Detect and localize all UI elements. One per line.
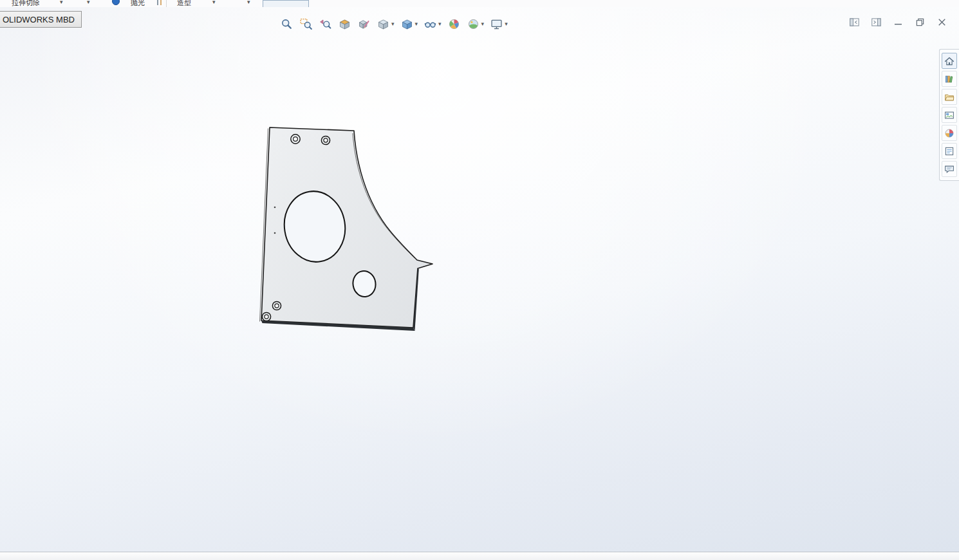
dynamic-annotation-views-button[interactable]: [355, 14, 373, 33]
display-style-icon: [400, 17, 414, 31]
design-library-button[interactable]: [942, 71, 957, 87]
design-library-icon: [944, 73, 955, 85]
previous-view-button[interactable]: [317, 14, 334, 33]
close-icon: [936, 16, 948, 28]
home-icon: [944, 55, 955, 67]
window-controls: [848, 15, 949, 29]
restore-button[interactable]: [913, 15, 927, 29]
command-extruded-cut[interactable]: 拉伸切除: [12, 0, 40, 7]
view-settings-icon: [490, 17, 503, 31]
pane-preview-right-icon: [870, 16, 882, 28]
command-style[interactable]: 造型: [177, 0, 191, 7]
view-palette-button[interactable]: [942, 107, 957, 123]
apply-scene-button[interactable]: ▾: [465, 14, 487, 33]
edit-appearance-icon: [447, 17, 461, 31]
toolbar-fragment-icon[interactable]: [155, 0, 164, 6]
previous-view-icon: [319, 17, 332, 31]
zoom-to-area-icon: [299, 17, 313, 31]
section-view-icon: [338, 17, 351, 31]
view-settings-button[interactable]: ▾: [488, 14, 510, 33]
heads-up-toolbar: ▾ ▾ ▾ ▾ ▾: [278, 14, 510, 33]
dynamic-annotation-views-icon: [357, 17, 371, 31]
tab-solidworks-mbd-label: OLIDWORKS MBD: [3, 15, 75, 24]
view-palette-icon: [944, 109, 955, 121]
feature-sphere-icon[interactable]: [111, 0, 120, 6]
dropdown-chevron-icon[interactable]: ▾: [87, 0, 90, 5]
status-bar: [0, 552, 959, 560]
forum-icon: [944, 163, 955, 175]
restore-icon: [914, 16, 926, 28]
pane-preview-right-button[interactable]: [870, 15, 883, 29]
view-orientation-icon: [377, 17, 390, 31]
edit-appearance-button[interactable]: [445, 14, 463, 33]
file-explorer-button[interactable]: [942, 89, 957, 105]
dropdown-chevron-icon[interactable]: ▾: [505, 21, 508, 27]
dropdown-chevron-icon[interactable]: ▾: [247, 0, 250, 5]
zoom-to-fit-button[interactable]: [278, 14, 295, 33]
pane-preview-left-button[interactable]: [848, 15, 861, 29]
apply-scene-icon: [467, 17, 480, 31]
custom-properties-button[interactable]: [942, 143, 957, 159]
custom-properties-icon: [944, 145, 955, 157]
dropdown-chevron-icon[interactable]: ▾: [391, 21, 395, 27]
forum-button[interactable]: [942, 161, 957, 177]
pane-preview-left-icon: [848, 16, 861, 28]
appearances-icon: [944, 127, 955, 139]
dropdown-chevron-icon[interactable]: ▾: [212, 0, 216, 5]
zoom-to-area-button[interactable]: [297, 14, 315, 33]
home-button[interactable]: [942, 53, 957, 69]
active-command-button[interactable]: [263, 0, 309, 7]
solidworks-window: 拉伸切除 ▾ ▾ 抛光 造型 ▾ ▾ OLIDWORKS MBD: [0, 0, 959, 560]
command-polish[interactable]: 抛光: [131, 0, 145, 7]
appearances-button[interactable]: [942, 125, 957, 141]
zoom-to-fit-icon: [280, 17, 293, 31]
toolbar-separator: [166, 0, 167, 7]
close-button[interactable]: [935, 15, 949, 29]
dropdown-chevron-icon[interactable]: ▾: [415, 21, 418, 27]
command-manager-strip: 拉伸切除 ▾ ▾ 抛光 造型 ▾ ▾: [0, 0, 959, 7]
task-pane-tabs: [939, 49, 959, 181]
tab-solidworks-mbd[interactable]: OLIDWORKS MBD: [0, 11, 82, 28]
section-view-button[interactable]: [336, 14, 353, 33]
dropdown-chevron-icon[interactable]: ▾: [60, 0, 63, 5]
display-style-button[interactable]: ▾: [398, 14, 420, 33]
minimize-icon: [892, 16, 904, 28]
minimize-button[interactable]: [891, 15, 905, 29]
hide-show-items-icon: [424, 17, 437, 31]
graphics-viewport[interactable]: [0, 7, 959, 552]
file-explorer-icon: [944, 91, 955, 103]
dropdown-chevron-icon[interactable]: ▾: [438, 21, 442, 27]
hide-show-items-button[interactable]: ▾: [422, 14, 443, 33]
view-orientation-button[interactable]: ▾: [375, 14, 396, 33]
dropdown-chevron-icon[interactable]: ▾: [481, 21, 485, 27]
